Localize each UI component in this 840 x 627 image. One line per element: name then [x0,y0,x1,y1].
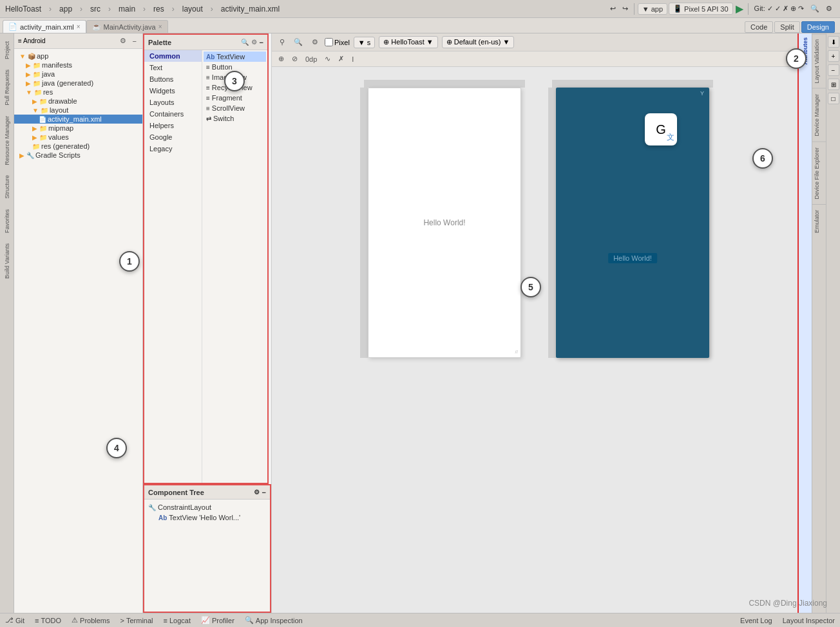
canvas-tool1[interactable]: ⚲ [277,37,287,48]
play-button[interactable]: ▶ [734,3,745,15]
sidebar-resource-tab[interactable]: Resource Manager [3,111,12,171]
app-dropdown[interactable]: ▼ app [638,3,667,15]
secondary-tool6[interactable]: I [349,54,356,64]
folder-icon-mipmap: ▶ [32,125,37,132]
menu-layout[interactable]: layout [182,5,203,14]
tool-minus[interactable]: − [828,64,839,76]
device-dropdown[interactable]: 📱 Pixel 5 API 30 [669,3,733,15]
menu-app[interactable]: app [59,5,72,14]
status-appinspection[interactable]: 🔍 App Inspection [245,616,303,624]
tree-item-java[interactable]: ▶ 📁 java [14,70,142,79]
tree-item-manifests[interactable]: ▶ 📁 manifests [14,61,142,70]
rvt-device-file-explorer[interactable]: Device File Explorer [812,142,826,205]
palette-minus-icon[interactable]: − [260,39,263,46]
canvas-tool2[interactable]: 🔍 [291,37,305,48]
palette-widget-scrollview[interactable]: ≡ ScrollView [204,103,266,113]
secondary-tool3[interactable]: 0dp [303,54,320,64]
palette-cat-google[interactable]: Google [144,131,202,143]
folder-icon-layout: ▼ [32,107,39,114]
tree-item-gradle[interactable]: ▶ 🔧 Gradle Scripts [14,151,142,160]
redo-btn[interactable]: ↪ [620,3,631,14]
tool-plus[interactable]: + [828,50,839,62]
settings-btn[interactable]: ⚙ [823,3,835,14]
tree-item-mipmap[interactable]: ▶ 📁 mipmap [14,124,142,133]
palette-gear-icon[interactable]: ⚙ [251,39,257,46]
secondary-tool4[interactable]: ∿ [322,53,333,64]
menu-res[interactable]: res [153,5,164,14]
sidebar-buildvariants-tab[interactable]: Build Variants [3,238,12,284]
menu-src[interactable]: src [90,5,100,14]
secondary-tool5[interactable]: ✗ [336,53,347,64]
undo-btn[interactable]: ↩ [607,3,618,14]
locale-dropdown[interactable]: ⊕ Default (en-us) ▼ [442,36,515,48]
palette-search-icon[interactable]: 🔍 [241,39,249,46]
tree-item-layout[interactable]: ▼ 📁 layout [14,106,142,115]
theme-dropdown[interactable]: ▼ s [354,37,375,48]
tree-item-app[interactable]: ▼ 📦 app [14,51,142,61]
callout-4: 4 [106,438,127,458]
rvt-layout-validation[interactable]: Layout Validation [812,33,826,88]
app-theme-dropdown[interactable]: ⊕ HelloToast ▼ [379,36,437,48]
status-git[interactable]: ⎇ Git [5,616,24,624]
project-collapse-btn[interactable]: − [131,37,138,46]
palette-cat-common[interactable]: Common [144,50,202,62]
tree-item-values[interactable]: ▶ 📁 values [14,133,142,142]
comp-tree-constraint[interactable]: 🔧 ConstraintLayout [148,502,266,512]
phone-status-bar: Y [556,88,709,107]
code-view-btn[interactable]: Code [745,21,773,33]
tool-download[interactable]: ⬇ [828,36,839,48]
palette-widget-fragment[interactable]: ≡ Fragment [204,93,266,103]
menu-main[interactable]: main [119,5,135,14]
secondary-tool1[interactable]: ⊕ [276,53,287,64]
tab-close-xml[interactable]: × [77,23,81,30]
pixel-checkbox-label[interactable]: Pixel [325,38,350,46]
git-btn[interactable]: Git: ✓ ✓ ✗ ⊕ ↷ [752,3,807,14]
tree-item-java-gen[interactable]: ▶ 📁 java (generated) [14,79,142,88]
palette-cat-buttons[interactable]: Buttons [144,73,202,85]
sidebar-favorites-tab[interactable]: Favorites [3,204,12,238]
tree-item-drawable[interactable]: ▶ 📁 drawable [14,97,142,106]
rvt-device-manager[interactable]: Device Manager [812,88,826,142]
palette-cat-legacy[interactable]: Legacy [144,143,202,154]
tab-close-java[interactable]: × [158,23,162,30]
comp-tree-textview[interactable]: Ab TextView 'Hello Worl...' [148,512,266,523]
split-view-btn[interactable]: Split [774,21,799,33]
phone-hello-world: Hello World! [608,253,657,263]
sidebar-structure-tab[interactable]: Structure [3,170,12,204]
tree-item-activity-xml[interactable]: 📄 activity_main.xml [14,115,142,124]
pixel-checkbox[interactable] [325,38,333,46]
project-settings-btn[interactable]: ⚙ [118,36,128,46]
palette-cat-widgets[interactable]: Widgets [144,85,202,97]
status-profiler[interactable]: 📈 Profiler [201,616,234,624]
tree-item-res[interactable]: ▼ 📁 res [14,88,142,97]
palette-widget-switch[interactable]: ⇄ Switch [204,113,266,124]
status-eventlog[interactable]: Event Log [740,617,772,624]
sidebar-project-tab[interactable]: Project [3,36,12,64]
status-layoutinspector[interactable]: Layout Inspector [783,617,835,624]
sidebar-pullreq-tab[interactable]: Pull Requests [3,64,12,111]
design-view-btn[interactable]: Design [801,21,835,33]
status-todo[interactable]: ≡ TODO [35,617,61,624]
tool-square[interactable]: □ [828,93,839,104]
secondary-tool2[interactable]: ⊘ [289,53,300,64]
menu-activity[interactable]: activity_main.xml [221,5,280,14]
tool-grid[interactable]: ⊞ [828,79,839,90]
rvt-emulator[interactable]: Emulator [812,204,826,238]
palette-cat-text[interactable]: Text [144,62,202,73]
status-problems[interactable]: ⚠ Problems [72,616,110,624]
tree-item-res-gen[interactable]: 📁 res (generated) [14,142,142,151]
comp-tree-gear-icon[interactable]: ⚙ [254,489,260,496]
comp-tree-minus-icon[interactable]: − [262,489,266,496]
palette-cat-helpers[interactable]: Helpers [144,120,202,131]
canvas-tool3[interactable]: ⚙ [309,37,321,48]
sep2 [748,3,749,15]
palette-widget-textview[interactable]: Ab TextView [204,51,266,62]
menu-helloToast[interactable]: HelloToast [5,5,41,14]
tab-main-activity[interactable]: ☕ MainActivity.java × [86,20,168,33]
status-terminal[interactable]: > Terminal [120,617,153,624]
search-btn[interactable]: 🔍 [808,3,822,14]
status-logcat[interactable]: ≡ Logcat [164,617,191,624]
palette-cat-layouts[interactable]: Layouts [144,97,202,108]
palette-cat-containers[interactable]: Containers [144,108,202,120]
tab-activity-main[interactable]: 📄 activity_main.xml × [3,20,86,33]
